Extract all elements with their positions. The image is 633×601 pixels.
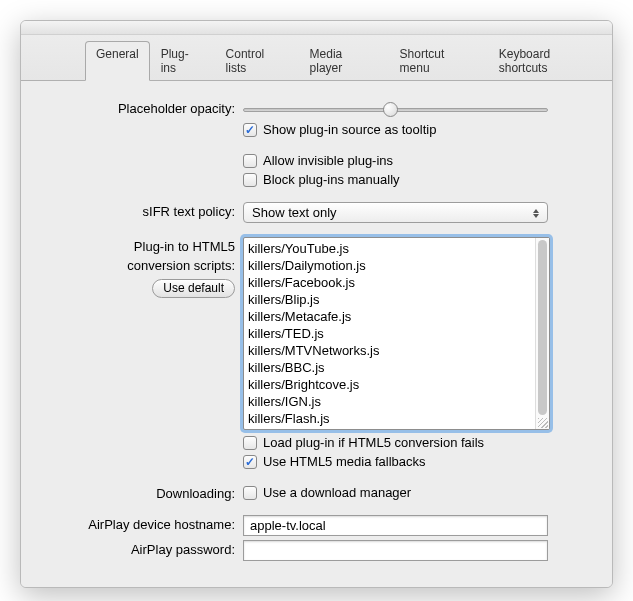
checkbox-icon bbox=[243, 154, 257, 168]
preferences-window: General Plug-ins Control lists Media pla… bbox=[20, 20, 613, 588]
select-value: Show text only bbox=[252, 205, 337, 220]
downloading-label: Downloading: bbox=[43, 484, 243, 501]
tab-general[interactable]: General bbox=[85, 41, 150, 81]
conversion-scripts-label-1: Plug-in to HTML5 bbox=[43, 239, 235, 254]
checkbox-icon bbox=[243, 123, 257, 137]
sifr-policy-label: sIFR text policy: bbox=[43, 202, 243, 219]
use-download-manager-checkbox[interactable]: Use a download manager bbox=[243, 484, 411, 501]
scrollbar[interactable] bbox=[535, 238, 549, 429]
tab-control-lists[interactable]: Control lists bbox=[215, 41, 299, 81]
checkbox-label: Allow invisible plug-ins bbox=[263, 153, 393, 168]
titlebar bbox=[21, 21, 612, 35]
conversion-scripts-label-2: conversion scripts: bbox=[43, 258, 235, 273]
airplay-hostname-label: AirPlay device hostname: bbox=[43, 515, 243, 532]
checkbox-icon bbox=[243, 455, 257, 469]
block-manually-checkbox[interactable]: Block plug-ins manually bbox=[243, 171, 400, 188]
placeholder-opacity-slider[interactable] bbox=[243, 101, 548, 117]
airplay-password-label: AirPlay password: bbox=[43, 540, 243, 557]
allow-invisible-checkbox[interactable]: Allow invisible plug-ins bbox=[243, 152, 393, 169]
tab-shortcut-menu[interactable]: Shortcut menu bbox=[389, 41, 488, 81]
chevron-updown-icon bbox=[529, 205, 543, 221]
checkbox-label: Use HTML5 media fallbacks bbox=[263, 454, 426, 469]
checkbox-icon bbox=[243, 486, 257, 500]
use-default-button[interactable]: Use default bbox=[152, 279, 235, 298]
resize-handle-icon[interactable] bbox=[538, 418, 548, 428]
checkbox-label: Show plug-in source as tooltip bbox=[263, 122, 436, 137]
tab-media-player[interactable]: Media player bbox=[299, 41, 389, 81]
tab-bar: General Plug-ins Control lists Media pla… bbox=[21, 35, 612, 81]
use-fallbacks-checkbox[interactable]: Use HTML5 media fallbacks bbox=[243, 453, 426, 470]
input-value: apple-tv.local bbox=[250, 518, 326, 533]
checkbox-label: Load plug-in if HTML5 conversion fails bbox=[263, 435, 484, 450]
content-pane: Placeholder opacity: Show plug-in source… bbox=[21, 81, 612, 587]
tab-keyboard-shortcuts[interactable]: Keyboard shortcuts bbox=[488, 41, 612, 81]
sifr-policy-select[interactable]: Show text only bbox=[243, 202, 548, 223]
show-source-tooltip-checkbox[interactable]: Show plug-in source as tooltip bbox=[243, 121, 436, 138]
airplay-hostname-input[interactable]: apple-tv.local bbox=[243, 515, 548, 536]
checkbox-icon bbox=[243, 173, 257, 187]
load-if-fails-checkbox[interactable]: Load plug-in if HTML5 conversion fails bbox=[243, 434, 484, 451]
slider-thumb[interactable] bbox=[383, 102, 398, 117]
checkbox-icon bbox=[243, 436, 257, 450]
tab-plugins[interactable]: Plug-ins bbox=[150, 41, 215, 81]
conversion-scripts-textarea[interactable]: killers/YouTube.js killers/Dailymotion.j… bbox=[243, 237, 550, 430]
scrollbar-thumb[interactable] bbox=[538, 240, 547, 415]
checkbox-label: Use a download manager bbox=[263, 485, 411, 500]
placeholder-opacity-label: Placeholder opacity: bbox=[43, 99, 243, 116]
textarea-content[interactable]: killers/YouTube.js killers/Dailymotion.j… bbox=[244, 238, 535, 429]
airplay-password-input[interactable] bbox=[243, 540, 548, 561]
checkbox-label: Block plug-ins manually bbox=[263, 172, 400, 187]
